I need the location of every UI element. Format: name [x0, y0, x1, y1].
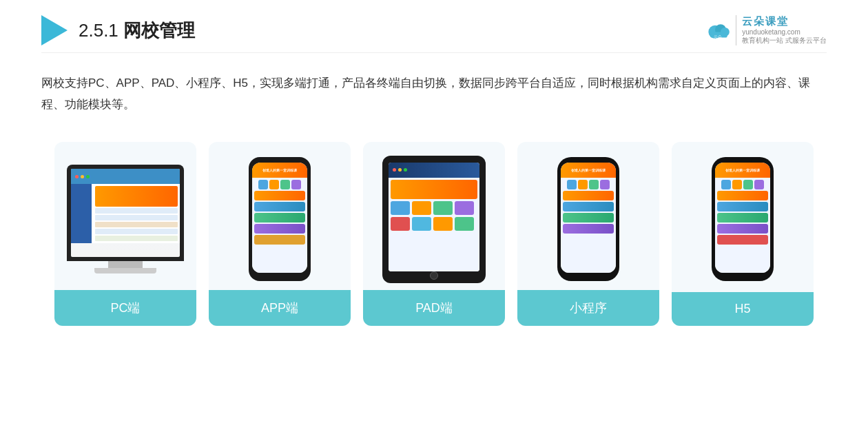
phone-card-row	[254, 191, 305, 245]
cloud-icon: 云朵	[704, 17, 732, 44]
card-label-pad: PAD端	[363, 290, 505, 326]
header: 2.5.1 网校管理 云朵 云朵课堂 yunduoketang.com 教育机构…	[41, 0, 827, 53]
phone-screen-app: 创造人的第一堂训练课	[252, 163, 307, 273]
phone-icon	[567, 180, 577, 189]
h5-image-area: 创造人的第一堂训练课	[672, 142, 814, 290]
title-bold: 网校管理	[123, 20, 195, 41]
pc-row	[95, 208, 178, 214]
page: 2.5.1 网校管理 云朵 云朵课堂 yunduoketang.com 教育机构…	[0, 0, 868, 434]
brand-url: yunduoketang.com	[742, 28, 827, 36]
brand-text-area: 云朵课堂 yunduoketang.com 教育机构一站 式服务云平台	[736, 15, 827, 45]
miniprogram-image-area: 创造人的第一堂训练课	[517, 142, 659, 290]
tablet-mockup	[382, 156, 486, 283]
phone-mockup-h5: 创造人的第一堂训练课	[712, 157, 774, 281]
brand-logo: 云朵 云朵课堂 yunduoketang.com 教育机构一站 式服务云平台	[704, 15, 827, 45]
pad-image-area	[363, 142, 505, 290]
tablet-icon-grid	[391, 201, 477, 215]
pc-base	[94, 268, 156, 273]
phone-screen-h5: 创造人的第一堂训练课	[715, 163, 770, 273]
phone-icon	[732, 180, 742, 189]
phone-icon	[754, 180, 764, 189]
pc-screen	[71, 169, 180, 257]
tablet-icon	[412, 217, 431, 231]
phone-card-item	[254, 213, 305, 223]
phone-mockup-mini: 创造人的第一堂训练课	[557, 157, 619, 281]
pc-row	[95, 236, 178, 241]
pc-sidebar	[71, 184, 92, 243]
tablet-icon	[455, 201, 474, 215]
pc-row	[95, 215, 178, 220]
card-pad: PAD端	[363, 142, 505, 326]
phone-card-item	[717, 213, 768, 223]
tablet-icon	[391, 217, 410, 231]
phone-card-item	[563, 191, 614, 200]
svg-text:云朵: 云朵	[714, 34, 723, 39]
page-title: 2.5.1 网校管理	[79, 19, 195, 43]
phone-icon-row	[254, 180, 305, 189]
tablet-icon	[433, 217, 453, 231]
phone-icon	[743, 180, 753, 189]
phone-icon	[291, 180, 301, 189]
card-miniprogram: 创造人的第一堂训练课	[517, 142, 659, 326]
pc-main-content	[93, 184, 180, 243]
title-prefix: 2.5.1	[79, 20, 123, 41]
tagline-line1: 教育机构一站	[742, 37, 783, 44]
phone-header: 创造人的第一堂训练课	[252, 163, 307, 178]
phone-header-h5: 创造人的第一堂训练课	[715, 163, 770, 178]
phone-body	[252, 178, 307, 273]
phone-card-item	[254, 235, 305, 245]
pc-image-area	[54, 142, 196, 290]
phone-icon	[258, 180, 268, 189]
phone-card-item	[254, 191, 305, 200]
pc-row	[95, 229, 178, 234]
phone-icon	[280, 180, 290, 189]
phone-icon	[269, 180, 279, 189]
phone-body-h5	[715, 178, 770, 273]
cards-container: PC端 创造人的第一堂训练课	[41, 142, 827, 326]
pc-stand	[108, 261, 143, 268]
brand-name: 云朵课堂	[742, 15, 827, 28]
header-left: 2.5.1 网校管理	[41, 15, 195, 45]
phone-icon	[721, 180, 731, 189]
pc-banner	[95, 186, 178, 207]
phone-card-row-h5	[717, 191, 768, 245]
card-label-h5: H5	[672, 292, 814, 326]
card-app: 创造人的第一堂训练课	[209, 142, 351, 326]
phone-card-item	[563, 213, 614, 223]
phone-card-item	[717, 235, 768, 245]
description-text: 网校支持PC、APP、PAD、小程序、H5，实现多端打通，产品各终端自由切换，数…	[41, 72, 827, 116]
logo-triangle-icon	[41, 15, 68, 45]
pc-mockup	[67, 165, 184, 261]
card-pc: PC端	[54, 142, 196, 326]
tablet-body	[389, 178, 479, 271]
tablet-icon	[455, 217, 474, 231]
phone-card-item	[717, 191, 768, 200]
tablet-screen	[389, 163, 479, 271]
phone-card-item	[254, 202, 305, 211]
card-label-app: APP端	[209, 290, 351, 326]
phone-card-item	[563, 224, 614, 234]
tablet-banner	[391, 180, 477, 199]
tablet-icon	[433, 201, 453, 215]
card-label-pc: PC端	[54, 290, 196, 326]
app-image-area: 创造人的第一堂训练课	[209, 142, 351, 290]
phone-icon	[578, 180, 588, 189]
tablet-icon	[412, 201, 431, 215]
phone-card-item	[563, 202, 614, 211]
tablet-icon	[391, 201, 410, 215]
phone-header-mini: 创造人的第一堂训练课	[561, 163, 616, 178]
phone-card-item	[717, 202, 768, 211]
phone-card-item	[717, 224, 768, 234]
tagline-line2: 式服务云平台	[785, 37, 827, 44]
description: 网校支持PC、APP、PAD、小程序、H5，实现多端打通，产品各终端自由切换，数…	[41, 72, 827, 116]
pc-screen-header	[71, 169, 180, 184]
phone-notch	[269, 157, 290, 163]
phone-body-mini	[561, 178, 616, 273]
tablet-home-button	[430, 271, 438, 280]
phone-icon-row-mini	[563, 180, 614, 189]
phone-icon	[589, 180, 599, 189]
card-h5: 创造人的第一堂训练课	[672, 142, 814, 326]
phone-notch-h5	[732, 157, 753, 163]
pc-screen-body	[71, 184, 180, 243]
phone-notch-mini	[578, 157, 599, 163]
